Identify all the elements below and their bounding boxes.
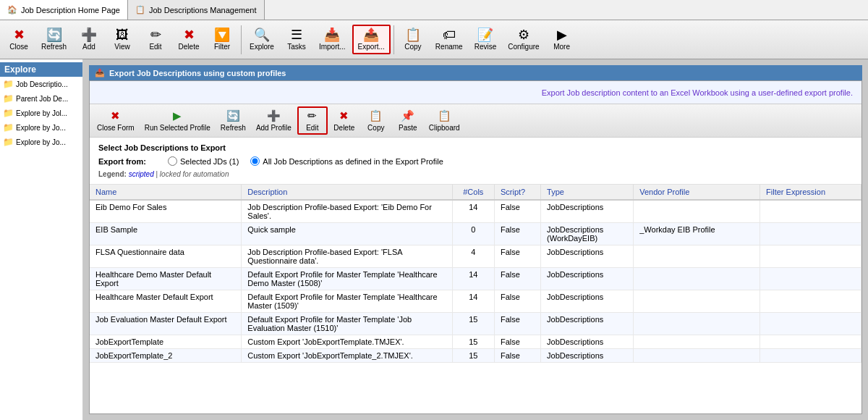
th-script[interactable]: Script? xyxy=(494,185,540,200)
tab-home-label: Job Description Home Page xyxy=(21,6,120,14)
refresh-button[interactable]: 🔄 Refresh xyxy=(36,25,72,54)
inner-clipboard-button[interactable]: 📋 Clipboard xyxy=(425,107,464,134)
view-icon: 🖼 xyxy=(116,28,129,41)
close-button[interactable]: ✖ Close xyxy=(3,25,35,54)
table-row[interactable]: FLSA Questionnaire data Job Description … xyxy=(90,245,861,268)
table-header-row: Name Description #Cols Script? Type Vend… xyxy=(90,185,861,200)
toolbar-separator-2 xyxy=(393,25,394,54)
main-toolbar: ✖ Close 🔄 Refresh ➕ Add 🖼 View ✏ Edit ✖ … xyxy=(0,20,868,59)
edit-button[interactable]: ✏ Edit xyxy=(140,25,171,54)
inner-delete-button[interactable]: ✖ Delete xyxy=(329,107,359,134)
cell-description: Custom Export 'JobExportTemplate.TMJEX'. xyxy=(242,335,452,349)
cell-script: False xyxy=(494,223,540,245)
th-vendor[interactable]: Vendor Profile xyxy=(634,185,760,200)
tab-job-desc-home[interactable]: 🏠 Job Description Home Page xyxy=(0,0,128,20)
tab-home-icon: 🏠 xyxy=(7,5,17,14)
table-row[interactable]: Eib Demo For Sales Job Description Profi… xyxy=(90,200,861,223)
th-name[interactable]: Name xyxy=(90,185,242,200)
table-container: Name Description #Cols Script? Type Vend… xyxy=(90,185,861,413)
cell-name: FLSA Questionnaire data xyxy=(90,245,242,268)
cell-type: JobDescriptions xyxy=(541,268,634,290)
th-filter[interactable]: Filter Expression xyxy=(760,185,861,200)
inner-copy-button[interactable]: 📋 Copy xyxy=(361,107,391,134)
export-button[interactable]: 📤 Export... xyxy=(352,25,391,54)
rename-button[interactable]: 🏷 Rename xyxy=(430,25,468,54)
more-button[interactable]: ▶ More xyxy=(546,25,578,54)
tab-job-desc-mgmt[interactable]: 📋 Job Descriptions Management xyxy=(128,0,265,20)
cell-cols: 15 xyxy=(452,313,494,335)
export-from-row: Export from: Selected JDs (1) All Job De… xyxy=(98,156,853,166)
inner-refresh-button[interactable]: 🔄 Refresh xyxy=(216,107,250,134)
sidebar-item-1[interactable]: 📁 Parent Job De... xyxy=(0,91,82,106)
table-row[interactable]: Healthcare Master Default Export Default… xyxy=(90,290,861,313)
folder-icon-3: 📁 xyxy=(3,122,14,133)
add-button[interactable]: ➕ Add xyxy=(73,25,105,54)
sidebar: Explore 📁 Job Descriptio... 📁 Parent Job… xyxy=(0,59,83,420)
cell-cols: 15 xyxy=(452,335,494,349)
legend-locked: locked for automation xyxy=(160,170,229,178)
sidebar-item-2[interactable]: 📁 Explore by Jol... xyxy=(0,106,82,120)
export-info-bar: Export Job description content to an Exc… xyxy=(90,81,861,104)
cell-filter xyxy=(760,200,861,223)
delete-button[interactable]: ✖ Delete xyxy=(173,25,205,54)
copy-button[interactable]: 📋 Copy xyxy=(397,25,429,54)
cell-filter xyxy=(760,290,861,313)
legend-row: Legend: scripted | locked for automation xyxy=(98,170,853,178)
cell-type: JobDescriptions xyxy=(541,349,634,363)
cell-type: JobDescriptions xyxy=(541,313,634,335)
cell-vendor xyxy=(634,290,760,313)
cell-vendor xyxy=(634,335,760,349)
inner-run-icon: ▶ xyxy=(173,109,182,122)
folder-icon-1: 📁 xyxy=(3,93,14,104)
table-row[interactable]: JobExportTemplate Custom Export 'JobExpo… xyxy=(90,335,861,349)
folder-icon-4: 📁 xyxy=(3,137,14,147)
more-icon: ▶ xyxy=(557,28,567,41)
configure-button[interactable]: ⚙ Configure xyxy=(503,25,544,54)
modal-title-text: Export Job Descriptions using custom pro… xyxy=(109,69,286,77)
close-icon: ✖ xyxy=(14,28,25,41)
tasks-button[interactable]: ☰ Tasks xyxy=(281,25,312,54)
cell-vendor xyxy=(634,349,760,363)
section-title: Select Job Descriptions to Export xyxy=(98,143,853,152)
sidebar-item-label-1: Parent Job De... xyxy=(16,95,68,103)
content-area: Explore 📁 Job Descriptio... 📁 Parent Job… xyxy=(0,59,868,420)
table-row[interactable]: EIB Sample Quick sample 0 False JobDescr… xyxy=(90,223,861,245)
inner-run-selected-button[interactable]: ▶ Run Selected Profile xyxy=(140,107,215,134)
th-type[interactable]: Type xyxy=(541,185,634,200)
radio-selected-jds[interactable]: Selected JDs (1) xyxy=(168,156,239,166)
import-button[interactable]: 📥 Import... xyxy=(314,25,351,54)
delete-icon: ✖ xyxy=(184,28,195,41)
export-info-text: Export Job description content to an Exc… xyxy=(542,88,853,97)
th-description[interactable]: Description xyxy=(242,185,452,200)
sidebar-item-4[interactable]: 📁 Explore by Jo... xyxy=(0,135,82,149)
inner-close-form-button[interactable]: ✖ Close Form xyxy=(93,107,139,134)
th-cols[interactable]: #Cols xyxy=(452,185,494,200)
cell-name: Eib Demo For Sales xyxy=(90,200,242,223)
cell-name: Healthcare Demo Master Default Export xyxy=(90,268,242,290)
cell-vendor xyxy=(634,313,760,335)
cell-script: False xyxy=(494,335,540,349)
title-bar: 🏠 Job Description Home Page 📋 Job Descri… xyxy=(0,0,868,20)
revise-button[interactable]: 📝 Revise xyxy=(469,25,502,54)
cell-description: Quick sample xyxy=(242,223,452,245)
inner-edit-button[interactable]: ✏ Edit xyxy=(297,106,328,135)
view-button[interactable]: 🖼 View xyxy=(106,25,138,54)
radio-all-jds-input[interactable] xyxy=(250,156,260,166)
filter-button[interactable]: 🔽 Filter xyxy=(206,25,238,54)
table-row[interactable]: Job Evaluation Master Default Export Def… xyxy=(90,313,861,335)
tab-mgmt-icon: 📋 xyxy=(135,5,145,14)
radio-selected-jds-input[interactable] xyxy=(168,156,177,166)
inner-add-profile-button[interactable]: ➕ Add Profile xyxy=(252,107,296,134)
table-row[interactable]: Healthcare Demo Master Default Export De… xyxy=(90,268,861,290)
cell-script: False xyxy=(494,245,540,268)
explore-button[interactable]: 🔍 Explore xyxy=(244,25,279,54)
export-icon: 📤 xyxy=(363,28,379,41)
table-row[interactable]: JobExportTemplate_2 Custom Export 'JobEx… xyxy=(90,349,861,363)
sidebar-item-3[interactable]: 📁 Explore by Jo... xyxy=(0,120,82,135)
radio-all-jds[interactable]: All Job Descriptions as defined in the E… xyxy=(250,156,443,166)
table-body: Eib Demo For Sales Job Description Profi… xyxy=(90,200,861,363)
sidebar-item-0[interactable]: 📁 Job Descriptio... xyxy=(0,77,82,91)
refresh-icon: 🔄 xyxy=(46,28,62,41)
inner-paste-button[interactable]: 📌 Paste xyxy=(393,107,423,134)
revise-icon: 📝 xyxy=(477,28,493,41)
